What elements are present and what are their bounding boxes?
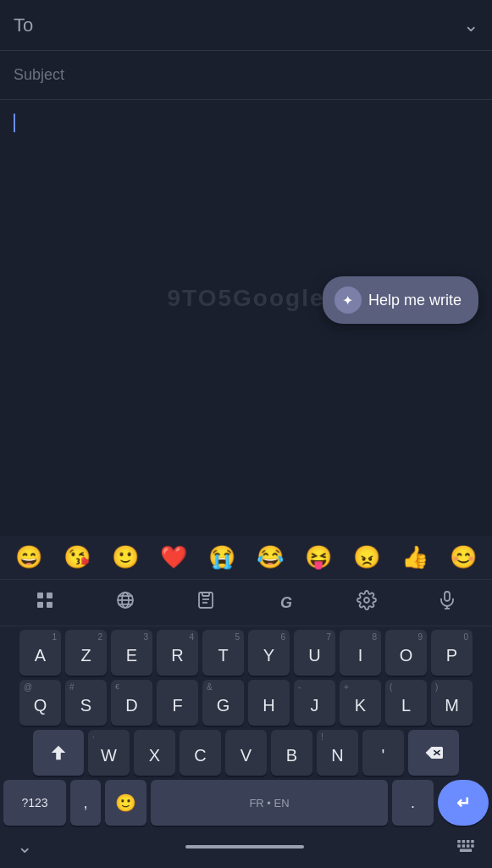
mic-button[interactable] xyxy=(410,585,484,620)
svg-rect-19 xyxy=(462,839,466,843)
backspace-key[interactable] xyxy=(408,730,459,776)
clipboard-button[interactable] xyxy=(169,585,243,620)
key-A[interactable]: 1A xyxy=(19,630,61,676)
numbers-key[interactable]: ?123 xyxy=(3,780,66,826)
collapse-keyboard-icon[interactable]: ⌄ xyxy=(17,836,32,858)
svg-rect-25 xyxy=(471,844,474,848)
key-F[interactable]: F xyxy=(157,680,198,726)
keyboard-row-4: ?123 , 🙂 FR • EN . ↵ xyxy=(3,780,489,826)
subject-placeholder: Subject xyxy=(14,66,64,84)
to-field[interactable]: To ⌄ xyxy=(0,0,492,51)
enter-key[interactable]: ↵ xyxy=(438,780,489,826)
help-me-write-button[interactable]: ✦ Help me write xyxy=(323,276,478,324)
key-Q[interactable]: @Q xyxy=(19,680,61,726)
clipboard-icon xyxy=(196,590,216,615)
home-indicator xyxy=(185,845,304,849)
settings-button[interactable] xyxy=(329,585,403,620)
key-K[interactable]: +K xyxy=(340,680,381,726)
key-I[interactable]: 8I xyxy=(340,630,381,676)
key-apostrophe[interactable]: ' xyxy=(362,730,404,776)
svg-rect-23 xyxy=(462,844,466,848)
subject-field[interactable]: Subject xyxy=(0,51,492,100)
key-X[interactable]: X xyxy=(134,730,175,776)
emoji-key[interactable]: 🙂 xyxy=(105,780,146,826)
chevron-down-icon[interactable]: ⌄ xyxy=(463,14,478,36)
key-B[interactable]: B xyxy=(271,730,312,776)
bottom-bar: ⌄ xyxy=(0,829,492,868)
emoji-joy[interactable]: 😂 xyxy=(246,542,293,572)
to-label: To xyxy=(14,14,33,36)
apps-icon xyxy=(35,590,55,615)
emoji-heart[interactable]: ❤️ xyxy=(150,542,196,572)
key-E[interactable]: 3E xyxy=(111,630,152,676)
svg-point-12 xyxy=(364,598,369,603)
key-G[interactable]: &G xyxy=(202,680,244,726)
magic-wand-icon: ✦ xyxy=(334,287,362,314)
svg-rect-18 xyxy=(457,839,461,843)
svg-rect-26 xyxy=(460,849,472,852)
key-L[interactable]: (L xyxy=(385,680,427,726)
svg-rect-22 xyxy=(457,844,461,848)
svg-rect-0 xyxy=(37,593,43,598)
key-Y[interactable]: 6Y xyxy=(248,630,290,676)
key-Z[interactable]: 2Z xyxy=(65,630,107,676)
svg-rect-3 xyxy=(47,602,53,608)
emoji-laugh[interactable]: 😄 xyxy=(5,542,52,572)
emoji-thumbsup[interactable]: 👍 xyxy=(392,542,439,572)
emoji-tongue[interactable]: 😝 xyxy=(296,542,342,572)
keyboard-switcher-icon[interactable] xyxy=(456,837,475,857)
comma-label: , xyxy=(83,794,87,812)
globe-icon xyxy=(115,590,135,615)
emoji-angry[interactable]: 😠 xyxy=(344,542,390,572)
key-W[interactable]: ·W xyxy=(88,730,130,776)
key-D[interactable]: €D xyxy=(111,680,152,726)
key-U[interactable]: 7U xyxy=(294,630,335,676)
body-field[interactable]: 9TO5Google ✦ Help me write xyxy=(0,100,492,337)
space-label: FR • EN xyxy=(249,797,289,810)
keyboard-row-1: 1A 2Z 3E 4R 5T 6Y 7U 8I 9O 0P xyxy=(3,630,489,676)
svg-rect-9 xyxy=(202,593,209,596)
keyboard-row-3: ·W X C V B !N ' xyxy=(3,730,489,776)
key-T[interactable]: 5T xyxy=(202,630,244,676)
svg-rect-2 xyxy=(37,602,43,608)
shift-key[interactable] xyxy=(33,730,84,776)
keyboard-section: 😄 😘 🙂 ❤️ 😭 😂 😝 😠 👍 😊 xyxy=(0,536,492,868)
period-label: . xyxy=(411,794,415,812)
svg-rect-1 xyxy=(47,593,53,598)
translate-icon: G xyxy=(280,594,292,612)
key-P[interactable]: 0P xyxy=(431,630,473,676)
key-J[interactable]: -J xyxy=(294,680,335,726)
compose-area: To ⌄ Subject 9TO5Google ✦ Help me write xyxy=(0,0,492,337)
key-R[interactable]: 4R xyxy=(157,630,198,676)
svg-rect-24 xyxy=(467,844,470,848)
key-V[interactable]: V xyxy=(225,730,267,776)
emoji-kiss[interactable]: 😘 xyxy=(53,542,100,572)
translate-button[interactable]: G xyxy=(249,585,323,620)
mic-icon xyxy=(437,590,457,615)
comma-key[interactable]: , xyxy=(70,780,101,826)
key-N[interactable]: !N xyxy=(317,730,358,776)
enter-icon: ↵ xyxy=(456,793,471,813)
key-S[interactable]: #S xyxy=(65,680,107,726)
text-cursor xyxy=(14,114,15,132)
key-M[interactable]: )M xyxy=(431,680,473,726)
watermark: 9TO5Google xyxy=(168,285,325,312)
help-write-label: Help me write xyxy=(368,292,462,309)
key-rows: 1A 2Z 3E 4R 5T 6Y 7U 8I 9O 0P @Q #S €D F… xyxy=(0,626,492,829)
keyboard-row-2: @Q #S €D F &G H -J +K (L )M xyxy=(3,680,489,726)
key-H[interactable]: H xyxy=(248,680,290,726)
period-key[interactable]: . xyxy=(392,780,434,826)
emoji-grin[interactable]: 😊 xyxy=(440,542,487,572)
key-O[interactable]: 9O xyxy=(385,630,427,676)
toolbar-row: G xyxy=(0,580,492,626)
space-key[interactable]: FR • EN xyxy=(151,780,388,826)
emoji-cry[interactable]: 😭 xyxy=(198,542,245,572)
globe-button[interactable] xyxy=(89,585,163,620)
svg-rect-20 xyxy=(467,839,470,843)
apps-button[interactable] xyxy=(8,585,82,620)
key-C[interactable]: C xyxy=(180,730,221,776)
emoji-button-icon: 🙂 xyxy=(115,793,136,813)
svg-rect-13 xyxy=(445,592,450,601)
emoji-smile[interactable]: 🙂 xyxy=(102,542,148,572)
emoji-row: 😄 😘 🙂 ❤️ 😭 😂 😝 😠 👍 😊 xyxy=(0,536,492,580)
